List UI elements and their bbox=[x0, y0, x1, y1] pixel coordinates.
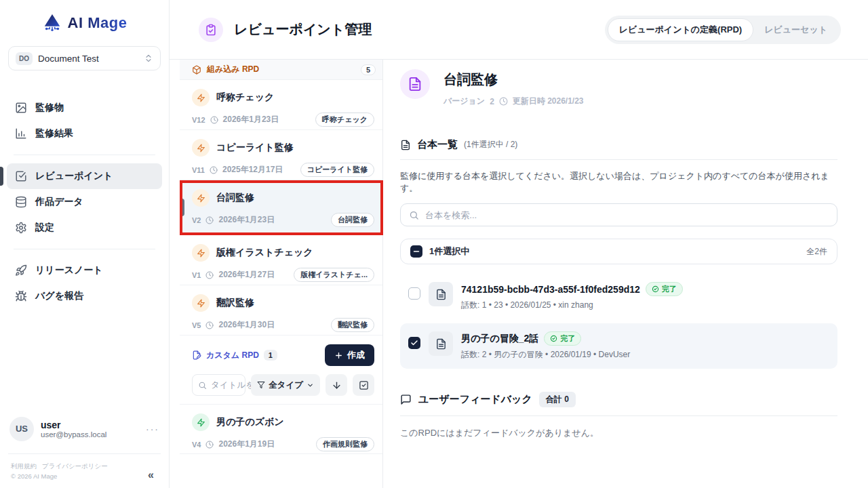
logo-icon bbox=[42, 13, 62, 33]
sidebar-item-release-notes[interactable]: リリースノート bbox=[7, 258, 162, 283]
plus-icon bbox=[334, 351, 343, 360]
rpd-item[interactable]: 男の子のズボン V4 2026年1月19日 作画規則監修 bbox=[180, 404, 382, 454]
bar-chart-icon bbox=[15, 127, 27, 140]
custom-rpd-count: 1 bbox=[264, 350, 277, 361]
rpd-item-title: 呼称チェック bbox=[216, 92, 274, 104]
rpd-date: 2026年1月30日 bbox=[218, 319, 275, 331]
tab-review-set[interactable]: レビューセット bbox=[753, 19, 838, 41]
chevrons-up-down-icon bbox=[144, 54, 153, 63]
sidebar-item-results[interactable]: 監修結果 bbox=[7, 121, 162, 146]
feedback-header: ユーザーフィードバック 合計 0 bbox=[400, 392, 837, 407]
file-text-icon bbox=[400, 69, 430, 99]
clock-icon bbox=[210, 116, 218, 124]
select-all-checkbox[interactable] bbox=[410, 245, 422, 258]
sidebar-item-review-points[interactable]: レビューポイント bbox=[7, 163, 162, 189]
page-title: レビューポイント管理 bbox=[234, 20, 372, 39]
app-logo: AI Mage bbox=[0, 9, 169, 37]
divider bbox=[14, 249, 155, 249]
rpd-item-title: 台詞監修 bbox=[216, 192, 254, 204]
selected-indicator bbox=[181, 199, 184, 216]
sidebar-item-work-data[interactable]: 作品データ bbox=[7, 189, 162, 215]
divider bbox=[400, 415, 837, 416]
selected-count: 1件選択中 bbox=[429, 245, 469, 258]
clock-icon bbox=[499, 97, 508, 106]
script-row-selected[interactable]: 男の子の冒険_2話 完了 話数: 2 • 男の子の冒険 • 2026/01/19… bbox=[400, 323, 837, 369]
rpd-item-title: 男の子のズボン bbox=[216, 416, 284, 428]
script-row[interactable]: 74121b59-bcbb-47d3-a55f-1f0fed259d12 完了 … bbox=[400, 274, 837, 319]
script-list-title: 台本一覧 bbox=[417, 138, 458, 151]
sidebar-item-label: 設定 bbox=[35, 222, 54, 234]
custom-rpd-label: カスタム RPD bbox=[206, 350, 259, 361]
create-button-label: 作成 bbox=[347, 349, 365, 361]
rpd-date: 2026年1月27日 bbox=[218, 269, 275, 281]
checkbox-check-icon bbox=[359, 380, 369, 390]
script-search-field[interactable] bbox=[400, 203, 837, 226]
check-square-icon bbox=[15, 170, 27, 182]
title-search-field[interactable] bbox=[192, 374, 245, 396]
file-text-icon bbox=[400, 140, 411, 150]
collapse-sidebar-button[interactable]: « bbox=[144, 469, 158, 481]
selection-bar: 1件選択中 全2件 bbox=[400, 239, 837, 264]
rpd-item-selected[interactable]: 台詞監修 V2 2026年1月23日 台詞監修 bbox=[180, 180, 382, 235]
sidebar-item-artworks[interactable]: 監修物 bbox=[7, 95, 162, 121]
rpd-item[interactable]: 翻訳監修 V5 2026年1月30日 翻訳監修 bbox=[180, 285, 382, 336]
clipboard-check-icon bbox=[199, 18, 223, 42]
more-menu-icon[interactable]: ··· bbox=[146, 424, 159, 434]
script-search-input[interactable] bbox=[425, 210, 829, 220]
multi-select-button[interactable] bbox=[353, 374, 374, 396]
user-email: user@bypass.local bbox=[41, 430, 106, 439]
tab-rpd-definition[interactable]: レビューポイントの定義(RPD) bbox=[608, 18, 754, 41]
rpd-detail-title: 台詞監修 bbox=[443, 69, 584, 89]
rpd-item[interactable]: 版権イラストチェック V1 2026年1月27日 版権イラストチェ... bbox=[180, 235, 382, 285]
rpd-item[interactable]: 呼称チェック V12 2026年1月23日 呼称チェック bbox=[180, 80, 382, 130]
zap-icon bbox=[192, 139, 210, 157]
feedback-total-badge: 合計 0 bbox=[539, 392, 576, 407]
privacy-link[interactable]: プライバシーポリシー bbox=[42, 462, 108, 470]
download-button[interactable] bbox=[326, 374, 347, 396]
builtin-rpd-label: 組み込み RPD bbox=[207, 64, 259, 75]
divider bbox=[400, 159, 837, 160]
check-circle-icon bbox=[652, 285, 659, 293]
project-selector[interactable]: DO Document Test bbox=[8, 46, 161, 70]
zap-icon bbox=[192, 189, 210, 207]
rpd-date: 2026年1月23日 bbox=[223, 114, 279, 125]
sidebar-nav: 監修物 監修結果 レビューポイント 作品データ bbox=[0, 95, 169, 309]
script-checkbox-checked[interactable] bbox=[408, 337, 420, 349]
script-checkbox[interactable] bbox=[408, 287, 420, 300]
chevron-down-icon bbox=[307, 382, 314, 389]
rpd-item-title: 版権イラストチェック bbox=[216, 247, 313, 259]
clock-icon bbox=[210, 166, 218, 174]
builtin-rpd-count: 5 bbox=[361, 64, 376, 75]
sidebar-item-report-bug[interactable]: バグを報告 bbox=[7, 283, 162, 309]
bug-icon bbox=[15, 290, 27, 302]
rpd-tag: 台詞監修 bbox=[331, 213, 374, 227]
script-select-description: 監修に使用する台本を選択してください。選択しない場合は、プロジェクト内のすべての… bbox=[400, 170, 837, 195]
status-badge: 完了 bbox=[544, 331, 581, 346]
message-square-icon bbox=[400, 394, 412, 405]
file-pen-icon bbox=[192, 350, 201, 360]
status-badge: 完了 bbox=[646, 282, 683, 296]
rpd-version: V5 bbox=[192, 321, 201, 329]
rpd-date: 2025年12月17日 bbox=[222, 164, 283, 176]
status-label: 完了 bbox=[560, 333, 575, 344]
search-icon bbox=[198, 381, 207, 390]
clock-icon bbox=[205, 271, 214, 279]
rpd-tag: 翻訳監修 bbox=[331, 318, 374, 332]
terms-link[interactable]: 利用規約 bbox=[11, 462, 37, 470]
user-block: US user user@bypass.local ··· 利用規約プライバシー… bbox=[0, 411, 169, 481]
user-row[interactable]: US user user@bypass.local ··· bbox=[8, 411, 161, 447]
rpd-detail-meta: バージョン 2 更新日時 2026/1/23 bbox=[443, 96, 584, 107]
content-row: 組み込み RPD 5 呼称チェック V12 2026年1月23日 呼称チェック bbox=[170, 60, 868, 488]
zap-icon bbox=[192, 294, 210, 312]
sidebar-item-label: リリースノート bbox=[35, 264, 103, 277]
sidebar-item-label: 作品データ bbox=[35, 196, 83, 208]
type-filter-dropdown[interactable]: 全タイプ bbox=[251, 374, 320, 396]
rpd-item[interactable]: コピーライト監修 V11 2025年12月17日 コピーライト監修 bbox=[180, 130, 382, 180]
sidebar-item-settings[interactable]: 設定 bbox=[7, 215, 162, 241]
divider bbox=[14, 155, 155, 155]
sidebar: AI Mage DO Document Test 監修物 監修結果 bbox=[0, 0, 170, 488]
create-rpd-button[interactable]: 作成 bbox=[325, 344, 374, 366]
builtin-rpd-header: 組み込み RPD 5 bbox=[180, 60, 382, 80]
rpd-version: V11 bbox=[192, 166, 205, 174]
clock-icon bbox=[205, 216, 214, 224]
